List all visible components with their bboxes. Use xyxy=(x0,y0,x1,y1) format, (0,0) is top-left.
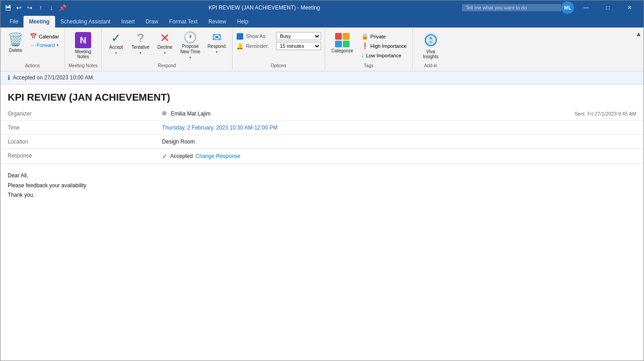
high-importance-label: High Importance xyxy=(370,43,407,49)
response-accepted: ✓ Accepted Change Response xyxy=(162,153,640,160)
actions-group-label: Actions xyxy=(25,61,40,68)
save-icon[interactable] xyxy=(4,4,12,12)
body-line-5: Thank you. xyxy=(8,190,636,200)
title-bar-controls: ↩ ↪ ↑ ↓ 📌 xyxy=(4,4,66,12)
location-row: Location Design Room xyxy=(0,135,644,149)
meeting-notes-group-label: Meeting Notes xyxy=(69,61,98,68)
content-area: ℹ Accepted on 27/1/2023 10:00 AM. KPI RE… xyxy=(0,71,644,361)
show-as-row: 🟦 Show As: Busy Free Tentative Out of Of… xyxy=(236,32,321,40)
forward-button[interactable]: → Forward ▾ xyxy=(28,42,61,49)
time-row: Time Thursday, 2 February, 2023 10:30 AM… xyxy=(0,121,644,135)
accept-button[interactable]: ✓ Accept ▾ xyxy=(105,30,127,57)
ribbon-tabs: File Meeting Scheduling Assistant Insert… xyxy=(0,15,644,28)
ribbon-group-actions: 🗑️ Delete 📅 Calendar → Forward ▾ Actions xyxy=(0,28,65,70)
info-icon: ℹ xyxy=(8,74,10,81)
decline-button[interactable]: ✕ Decline ▾ xyxy=(154,30,176,57)
ribbon: 🗑️ Delete 📅 Calendar → Forward ▾ Actions xyxy=(0,28,644,71)
low-importance-label: Low Importance xyxy=(366,53,401,58)
tentative-icon: ? xyxy=(137,32,144,44)
body-line-3: Please feedback your availability xyxy=(8,181,636,191)
respond-icon: ✉ xyxy=(212,32,221,43)
ribbon-group-respond: ✓ Accept ▾ ? Tentative ▾ ✕ Decline ▾ 🕐 P… xyxy=(102,28,233,70)
delete-button[interactable]: 🗑️ Delete xyxy=(4,30,27,55)
delete-label: Delete xyxy=(9,48,22,53)
accept-icon: ✓ xyxy=(111,32,121,44)
reminder-select[interactable]: 15 minutes 5 minutes 30 minutes 1 hour xyxy=(276,42,321,50)
response-label: Response xyxy=(0,149,159,164)
change-response-link[interactable]: Change Response xyxy=(196,153,240,159)
minimize-button[interactable]: — xyxy=(576,0,597,15)
tentative-button[interactable]: ? Tentative ▾ xyxy=(129,30,152,57)
calendar-icon: 📅 xyxy=(30,33,37,40)
decline-label: Decline xyxy=(157,45,172,50)
delete-icon: 🗑️ xyxy=(8,32,23,47)
info-bar-text: Accepted on 27/1/2023 10:00 AM. xyxy=(13,74,94,81)
private-icon: 🔒 xyxy=(361,33,369,40)
categorize-button[interactable]: Categorize xyxy=(329,31,356,55)
title-search-input[interactable] xyxy=(462,4,561,11)
propose-chevron: ▾ xyxy=(189,56,191,60)
reminder-icon: 🔔 xyxy=(236,43,243,50)
avatar[interactable]: ML xyxy=(561,1,574,14)
categorize-label: Categorize xyxy=(331,48,353,53)
response-value: ✓ Accepted Change Response xyxy=(159,149,644,164)
redo-icon[interactable]: ↪ xyxy=(26,4,34,12)
title-bar: ↩ ↪ ↑ ↓ 📌 KPI REVIEW (JAN ACHIEVEMENT) -… xyxy=(0,0,644,15)
private-button[interactable]: 🔒 Private xyxy=(359,32,409,41)
tab-draw[interactable]: Draw xyxy=(140,16,163,28)
viva-insights-button[interactable]: VivaInsights xyxy=(419,30,443,61)
organizer-value: Emilia Mat Lajim xyxy=(159,107,375,121)
propose-new-time-button[interactable]: 🕐 ProposeNew Time ▾ xyxy=(177,30,203,61)
organizer-row: Organizer Emilia Mat Lajim Sent Fri 27/1… xyxy=(0,107,644,121)
checkmark-icon: ✓ xyxy=(162,153,168,160)
time-label: Time xyxy=(0,121,159,135)
actions-content: 🗑️ Delete 📅 Calendar → Forward ▾ xyxy=(4,30,61,61)
down-icon[interactable]: ↓ xyxy=(47,4,56,12)
propose-label: ProposeNew Time xyxy=(180,44,200,55)
window-controls: — □ ✕ xyxy=(576,0,640,15)
show-as-select[interactable]: Busy Free Tentative Out of Office xyxy=(276,32,321,40)
body-line-1: Dear All, xyxy=(8,171,636,181)
low-importance-icon: ↓ xyxy=(361,52,364,59)
accepted-text: Accepted xyxy=(170,153,193,159)
tab-help[interactable]: Help xyxy=(232,16,254,28)
high-importance-button[interactable]: ❗ High Importance xyxy=(359,42,409,50)
close-button[interactable]: ✕ xyxy=(619,0,640,15)
reminder-label: Reminder: xyxy=(246,43,273,49)
respond-button[interactable]: ✉ Respond ▾ xyxy=(205,30,229,56)
forward-label: Forward xyxy=(37,42,55,48)
tab-review[interactable]: Review xyxy=(203,16,232,28)
undo-icon[interactable]: ↩ xyxy=(15,4,23,12)
calendar-label: Calendar xyxy=(39,34,59,39)
meeting-notes-label: MeetingNotes xyxy=(75,49,91,59)
private-label: Private xyxy=(370,34,386,39)
up-icon[interactable]: ↑ xyxy=(37,4,45,12)
ribbon-collapse-button[interactable]: ▲ xyxy=(635,30,642,37)
viva-insights-icon xyxy=(423,32,439,48)
low-importance-button[interactable]: ↓ Low Importance xyxy=(359,51,409,60)
tab-scheduling[interactable]: Scheduling Assistant xyxy=(55,16,116,28)
propose-icon: 🕐 xyxy=(183,32,197,43)
tab-meeting[interactable]: Meeting xyxy=(23,16,55,28)
window-title: KPI REVIEW (JAN ACHIEVEMENT) - Meeting xyxy=(66,5,462,11)
info-bar: ℹ Accepted on 27/1/2023 10:00 AM. xyxy=(0,71,644,84)
decline-chevron: ▾ xyxy=(164,51,166,55)
ribbon-group-meeting-notes: N MeetingNotes Meeting Notes xyxy=(65,28,102,70)
accept-label: Accept xyxy=(109,45,123,50)
respond-group-label: Respond xyxy=(158,61,176,68)
tab-format-text[interactable]: Format Text xyxy=(163,16,203,28)
tab-insert[interactable]: Insert xyxy=(116,16,140,28)
sent-label: Sent xyxy=(574,111,585,116)
tab-file[interactable]: File xyxy=(4,16,23,28)
decline-icon: ✕ xyxy=(160,32,170,44)
meeting-body: Dear All, Please feedback your availabil… xyxy=(0,164,644,208)
high-importance-icon: ❗ xyxy=(361,42,369,49)
sent-cell: Sent Fri 27/1/2023 9:45 AM xyxy=(375,107,644,121)
maximize-button[interactable]: □ xyxy=(597,0,618,15)
time-value: Thursday, 2 February, 2023 10:30 AM-12:0… xyxy=(159,121,644,135)
calendar-button[interactable]: 📅 Calendar xyxy=(28,32,61,41)
meeting-notes-button[interactable]: N MeetingNotes xyxy=(71,30,95,61)
meeting-details-table: Organizer Emilia Mat Lajim Sent Fri 27/1… xyxy=(0,107,644,164)
reminder-row: 🔔 Reminder: 15 minutes 5 minutes 30 minu… xyxy=(236,42,321,50)
pin-icon[interactable]: 📌 xyxy=(58,4,66,12)
